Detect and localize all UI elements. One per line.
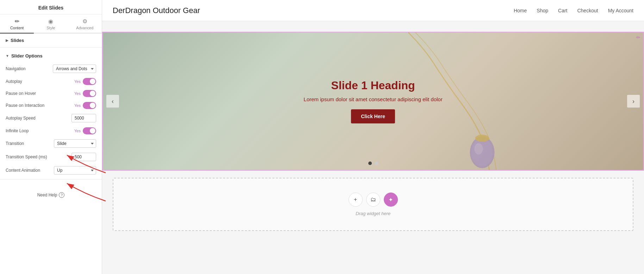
pause-on-hover-label: Pause on Hover	[6, 91, 74, 96]
tab-style[interactable]: ◉ Style	[34, 14, 68, 34]
transition-select[interactable]: Slide Fade	[54, 139, 96, 148]
pause-on-hover-control: Yes	[74, 90, 96, 97]
slide-subtext: Lorem ipsum dolor sit amet consectetur a…	[304, 96, 442, 102]
nav-cart[interactable]: Cart	[558, 8, 567, 13]
pause-on-interaction-toggle[interactable]	[83, 102, 96, 109]
transition-speed-control	[71, 153, 96, 161]
slides-section-header[interactable]: ▶ Slides	[0, 34, 102, 48]
slide-heading: Slide 1 Heading	[304, 79, 442, 92]
slider-options-label: Slider Options	[11, 53, 43, 59]
drop-icons: + 🗂 ✦	[120, 193, 626, 207]
tab-advanced[interactable]: ⚙ Advanced	[68, 14, 102, 34]
slides-section-label: Slides	[11, 38, 24, 43]
annotation-arrow-2	[102, 180, 113, 205]
transition-row: Transition Slide Fade	[0, 137, 102, 150]
need-help-label: Need Help	[37, 193, 57, 197]
drop-area: + 🗂 ✦ Drag widget here	[113, 178, 633, 231]
autoplay-speed-label: Autoplay Speed	[6, 116, 71, 121]
slide-dot-2[interactable]	[375, 162, 378, 165]
help-icon: ?	[59, 192, 64, 198]
pause-on-hover-toggle[interactable]	[83, 90, 96, 97]
autoplay-row: Autoplay Yes	[0, 75, 102, 87]
slider-options-header[interactable]: ▼ Slider Options	[0, 52, 102, 62]
transition-speed-input[interactable]	[71, 153, 96, 161]
main-area: DerDragon Outdoor Gear Home Shop Cart Ch…	[102, 0, 644, 274]
autoplay-speed-control	[71, 114, 96, 122]
navigation-label: Navigation	[6, 66, 53, 71]
pause-on-interaction-control: Yes	[74, 102, 96, 109]
transition-label: Transition	[6, 141, 54, 146]
navigation-select[interactable]: Arrows and Dots Arrows Dots None	[53, 65, 96, 73]
nav-checkout[interactable]: Checkout	[577, 8, 598, 13]
panel-title: Edit Slides	[0, 0, 102, 14]
autoplay-toggle[interactable]	[83, 78, 96, 85]
autoplay-control: Yes	[74, 78, 96, 85]
slide-prev-arrow[interactable]: ‹	[106, 95, 119, 108]
advanced-icon: ⚙	[82, 18, 87, 25]
slide-next-arrow[interactable]: ›	[627, 95, 640, 108]
tab-content-label: Content	[10, 26, 24, 30]
slide-container: Slide 1 Heading Lorem ipsum dolor sit am…	[103, 32, 643, 170]
left-panel: Edit Slides ✏ Content ◉ Style ⚙ Advanced…	[0, 0, 102, 274]
infinite-loop-row: Infinite Loop Yes	[0, 125, 102, 137]
content-animation-select[interactable]: Up Down Left Right Fade None	[54, 166, 96, 175]
transition-speed-label: Transition Speed (ms)	[6, 154, 71, 159]
pause-on-interaction-yes-label: Yes	[74, 103, 81, 108]
pause-on-hover-row: Pause on Hover Yes	[0, 87, 102, 99]
pause-on-interaction-label: Pause on Interaction	[6, 103, 74, 108]
autoplay-speed-row: Autoplay Speed	[0, 111, 102, 125]
pause-on-interaction-row: Pause on Interaction Yes	[0, 99, 102, 111]
slider-options-section: ▼ Slider Options Navigation Arrows and D…	[0, 48, 102, 179]
nav-home[interactable]: Home	[514, 8, 527, 13]
style-icon: ◉	[48, 18, 53, 25]
drop-add-btn[interactable]: +	[349, 193, 363, 207]
drop-magic-btn[interactable]: ✦	[384, 193, 398, 207]
content-animation-label: Content Animation	[6, 168, 54, 173]
canvas-area: + ⠿ × ✏	[102, 21, 644, 274]
edit-pencil-icon[interactable]: ✏	[636, 35, 640, 40]
tab-style-label: Style	[46, 26, 55, 30]
slides-arrow-icon: ▶	[6, 38, 8, 42]
navigation-control: Arrows and Dots Arrows Dots None	[53, 65, 96, 73]
site-title: DerDragon Outdoor Gear	[113, 6, 514, 15]
infinite-loop-toggle[interactable]	[83, 127, 96, 134]
nav-myaccount[interactable]: My Account	[608, 8, 633, 13]
autoplay-yes-label: Yes	[74, 79, 81, 84]
need-help[interactable]: Need Help ?	[0, 187, 102, 203]
slide-dot-1[interactable]	[368, 162, 372, 165]
slide-dots	[368, 162, 378, 165]
drop-area-text: Drag widget here	[120, 211, 626, 216]
infinite-loop-yes-label: Yes	[74, 129, 81, 133]
infinite-loop-control: Yes	[74, 127, 96, 134]
slider-widget: ✏	[102, 32, 644, 171]
top-nav: DerDragon Outdoor Gear Home Shop Cart Ch…	[102, 0, 644, 21]
content-animation-row: Content Animation Up Down Left Right Fad…	[0, 164, 102, 177]
nav-shop[interactable]: Shop	[537, 8, 548, 13]
transition-speed-row: Transition Speed (ms)	[0, 150, 102, 164]
drop-folder-btn[interactable]: 🗂	[366, 193, 380, 207]
transition-control: Slide Fade	[54, 139, 96, 148]
tab-bar: ✏ Content ◉ Style ⚙ Advanced	[0, 14, 102, 34]
navigation-row: Navigation Arrows and Dots Arrows Dots N…	[0, 62, 102, 75]
tab-content[interactable]: ✏ Content	[0, 14, 34, 34]
content-animation-control: Up Down Left Right Fade None	[54, 166, 96, 175]
slide-cta-button[interactable]: Click Here	[351, 109, 395, 123]
autoplay-speed-input[interactable]	[71, 114, 96, 122]
slider-widget-area: + ⠿ × ✏	[102, 21, 644, 171]
infinite-loop-label: Infinite Loop	[6, 128, 74, 133]
content-icon: ✏	[15, 18, 19, 25]
pause-on-hover-yes-label: Yes	[74, 91, 81, 96]
nav-links: Home Shop Cart Checkout My Account	[514, 8, 633, 13]
tab-advanced-label: Advanced	[76, 26, 93, 30]
autoplay-label: Autoplay	[6, 79, 74, 84]
slide-content: Slide 1 Heading Lorem ipsum dolor sit am…	[304, 79, 442, 123]
slides-section: ▶ Slides	[0, 34, 102, 48]
slider-options-arrow-icon: ▼	[6, 54, 9, 58]
